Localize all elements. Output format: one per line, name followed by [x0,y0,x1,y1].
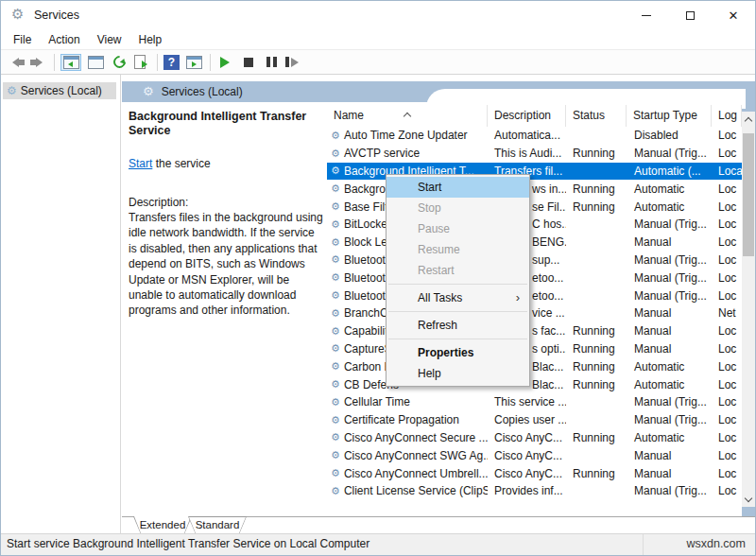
service-log-on-as: Loc [712,217,742,231]
service-gear-icon [331,236,340,249]
service-gear-icon [331,253,340,266]
service-startup-type: Manual (Trig... [627,253,712,267]
service-log-on-as: Loc [712,200,742,214]
service-log-on-as: Loc [712,147,742,160]
service-startup-type: Automatic [627,378,712,391]
service-name-cell: Cisco AnyConnect Umbrell... [327,467,488,480]
service-log-on-as: Loc [712,324,742,338]
context-menu-item-refresh[interactable]: Refresh [387,315,529,336]
service-status: Running [566,467,627,480]
column-header-status[interactable]: Status [566,105,627,127]
menu-view[interactable]: View [89,31,130,48]
show-extended-view-icon[interactable] [183,54,204,71]
table-row[interactable]: AVCTP serviceThis is Audi...RunningManua… [327,145,742,163]
context-menu-item-resume: Resume [387,239,529,260]
start-service-icon[interactable] [216,54,235,71]
service-gear-icon [331,467,340,479]
table-row[interactable]: Cisco AnyConnect Secure ...Cisco AnyC...… [327,429,742,447]
service-name: Bluetooth [344,253,392,267]
panel-header-label: Services (Local) [162,85,243,98]
tab-extended[interactable]: Extended [133,516,192,534]
show-console-tree-icon[interactable] [60,54,81,71]
service-startup-type: Automatic [627,360,712,374]
table-row[interactable]: Cisco AnyConnect Umbrell...Cisco AnyC...… [327,464,742,482]
service-startup-type: Automatic [627,182,712,196]
table-row[interactable]: Cisco AnyConnect SWG Ag...Cisco AnyC...M… [327,446,742,464]
column-header-log[interactable]: Log [712,105,742,127]
menu-file[interactable]: File [5,31,40,48]
scroll-up-arrow[interactable] [742,112,755,127]
export-list-icon[interactable] [132,54,151,71]
title-bar: Services ✕ [1,1,755,29]
service-name-cell: Certificate Propagation [327,413,488,426]
context-menu-item-start[interactable]: Start [387,177,529,198]
menu-separator [388,339,527,339]
chevron-down-icon [745,494,752,501]
service-name-cell: Cisco AnyConnect Secure ... [327,431,488,444]
window-controls: ✕ [625,1,755,29]
table-row[interactable]: Client License Service (ClipS...Provides… [327,482,742,500]
maximize-icon [686,11,695,20]
help-icon[interactable] [163,55,180,70]
context-menu-item-all-tasks[interactable]: All Tasks› [387,287,529,308]
tab-standard[interactable]: Standard [188,516,247,534]
console-tree: Services (Local) [1,75,121,533]
status-bar: Start service Background Intelligent Tra… [1,533,755,555]
service-startup-type: Manual [627,235,712,249]
refresh-icon[interactable] [110,54,129,71]
panel-header: Services (Local) [143,84,243,98]
stop-service-icon[interactable] [239,54,258,71]
service-startup-type: Automatic [627,200,712,214]
service-log-on-as: Loca [712,165,742,178]
properties-window-icon[interactable] [85,54,106,71]
service-description: Automatica... [488,129,566,142]
scroll-down-arrow[interactable] [742,492,755,507]
service-description: This is Audi... [488,147,566,160]
service-status: Running [566,342,627,356]
toolbar-separator [54,54,55,71]
context-menu-item-help[interactable]: Help [387,363,529,384]
restart-service-icon[interactable] [284,54,303,71]
service-gear-icon [331,165,340,177]
service-status: Running [566,360,627,374]
vertical-scroll-thumb[interactable] [743,133,754,256]
service-log-on-as: Loc [712,253,742,267]
table-row[interactable]: Certificate PropagationCopies user ...Ma… [327,411,742,429]
service-description-pane: Background Intelligent Transfer Service … [122,102,327,516]
description-text: Transfers files in the background using … [129,210,323,319]
service-startup-type: Disabled [627,129,712,142]
service-log-on-as: Loc [712,235,742,249]
service-title: Background Intelligent Transfer Service [129,110,323,138]
service-name: Certificate Propagation [344,413,459,426]
column-header-startup-type[interactable]: Startup Type [627,105,712,127]
back-icon[interactable] [7,54,26,71]
vertical-scrollbar[interactable] [742,112,755,507]
toolbar-separator [210,54,211,71]
context-menu-item-properties[interactable]: Properties [387,342,529,363]
table-row[interactable]: Cellular TimeThis service ...Manual (Tri… [327,393,742,411]
close-button[interactable]: ✕ [712,1,755,29]
service-name: Bluetooth [344,289,392,303]
service-startup-type: Manual [627,467,712,480]
context-menu-item-pause: Pause [387,218,529,239]
service-name: Bluetooth [344,271,392,285]
table-row[interactable]: Auto Time Zone UpdaterAutomatica...Disab… [327,127,742,145]
service-log-on-as: Loc [712,129,742,142]
start-service-link[interactable]: Start [129,157,152,170]
description-label: Description: [129,196,188,209]
column-header-description[interactable]: Description [488,105,566,127]
menu-help[interactable]: Help [130,31,171,48]
service-name-cell: Client License Service (ClipS... [327,484,488,497]
pause-service-icon[interactable] [262,54,281,71]
toolbar [1,49,755,75]
forward-icon[interactable] [29,54,48,71]
tree-item-services-local[interactable]: Services (Local) [3,82,116,99]
service-log-on-as: Loc [712,467,742,480]
minimize-button[interactable] [625,1,668,29]
column-header-name[interactable]: Name [327,105,488,127]
service-name: Client License Service (ClipS... [344,484,488,497]
maximize-button[interactable] [668,1,712,29]
service-name: AVCTP service [344,147,420,160]
service-name-cell: Cisco AnyConnect SWG Ag... [327,449,488,462]
menu-action[interactable]: Action [40,31,88,48]
